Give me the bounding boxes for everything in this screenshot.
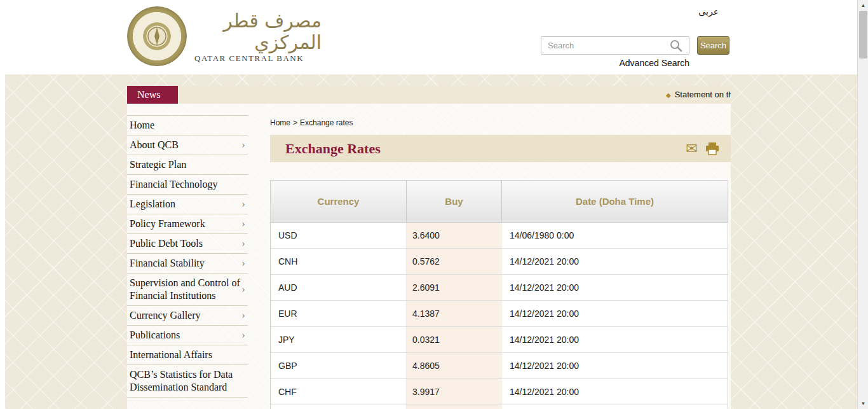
vertical-scrollbar[interactable]: ▲ ▼: [857, 0, 868, 409]
sidebar-item-label: Home: [130, 119, 154, 132]
diamond-bullet-icon: ◆: [666, 92, 671, 99]
cell-buy: 4.8605: [407, 353, 502, 378]
chevron-right-icon: ›: [241, 283, 247, 296]
breadcrumb-home-link[interactable]: Home: [270, 118, 290, 127]
news-bar: News ◆Statement on th: [127, 86, 731, 104]
exchange-rates-table: Currency Buy Date (Doha Time) USD 3.6400…: [270, 180, 728, 409]
cell-date: 14/06/1980 0:00: [502, 223, 728, 248]
cell-date: 14/12/2021 20:00: [502, 275, 728, 300]
scrollbar-thumb[interactable]: [859, 11, 867, 59]
sidebar-item-supervision[interactable]: Supervision and Control of Financial Ins…: [127, 274, 248, 306]
qcb-logo[interactable]: مصرف قطر المركزي QATAR CENTRAL BANK: [127, 6, 318, 70]
seal-emblem-icon: [146, 25, 168, 47]
table-row: USD 3.6400 14/06/1980 0:00: [271, 223, 728, 249]
scroll-up-icon[interactable]: ▲: [858, 0, 868, 11]
table-row: GBP 4.8605 14/12/2021 20:00: [271, 353, 728, 379]
sidebar-item-label: About QCB: [130, 139, 179, 151]
cell-currency: EUR: [271, 301, 407, 326]
scroll-down-icon[interactable]: ▼: [858, 398, 868, 409]
news-ticker-text: Statement on th: [675, 90, 731, 99]
qcb-arabic-calligraphy: مصرف قطر المركزي: [194, 10, 322, 53]
sidebar-navigation: Home About QCB› Strategic Plan Financial…: [127, 115, 248, 398]
sidebar-item-financial-stability[interactable]: Financial Stability›: [127, 254, 248, 274]
chevron-right-icon: ›: [241, 329, 247, 342]
chevron-right-icon: ›: [241, 198, 247, 211]
qcb-seal-icon: [127, 6, 187, 66]
sidebar-item-strategic-plan[interactable]: Strategic Plan: [127, 155, 248, 175]
qcb-exchange-rates-page: عربى مصرف قطر المركزي QATAR CENTRAL BANK…: [0, 0, 868, 409]
table-row: CHF 3.9917 14/12/2021 20:00: [271, 379, 728, 405]
sidebar-item-label: Publications: [130, 329, 180, 342]
chevron-right-icon: ›: [241, 257, 247, 270]
sidebar-item-label: International Affairs: [130, 349, 212, 361]
news-label: News: [127, 86, 178, 104]
cell-buy: [407, 405, 502, 409]
cell-buy: 0.0321: [407, 327, 502, 352]
table-header-currency: Currency: [271, 181, 407, 222]
news-ticker: ◆Statement on th: [178, 86, 731, 104]
sidebar-item-qcb-statistics[interactable]: QCB’s Statistics for Data Dissemination …: [127, 365, 248, 398]
search-icon[interactable]: [669, 39, 683, 53]
qcb-bank-name: QATAR CENTRAL BANK: [194, 53, 304, 64]
cell-currency: AUD: [271, 275, 407, 300]
cell-buy: 0.5762: [407, 249, 502, 274]
chevron-right-icon: ›: [241, 309, 247, 322]
sidebar-item-label: Strategic Plan: [130, 158, 186, 171]
chevron-right-icon: ›: [241, 237, 247, 250]
cell-buy: 4.1387: [407, 301, 502, 326]
cell-currency: CHF: [271, 379, 407, 405]
search-input[interactable]: [541, 36, 689, 55]
search-button[interactable]: Search: [697, 36, 729, 55]
cell-currency: GBP: [271, 353, 407, 378]
sidebar-item-label: QCB’s Statistics for Data Dissemination …: [130, 368, 247, 394]
page-title-bar: Exchange Rates ✉: [270, 135, 731, 162]
print-icon[interactable]: [705, 142, 719, 155]
sidebar-item-international-affairs[interactable]: International Affairs: [127, 345, 248, 365]
advanced-search-link[interactable]: Advanced Search: [541, 58, 689, 68]
sidebar-item-label: Financial Stability: [130, 257, 205, 270]
breadcrumb-current: Exchange rates: [300, 118, 353, 127]
table-header-row: Currency Buy Date (Doha Time): [271, 181, 728, 223]
sidebar-item-legislation[interactable]: Legislation›: [127, 195, 248, 214]
sidebar-item-label: Currency Gallery: [130, 309, 201, 322]
cell-buy: 2.6091: [407, 275, 502, 300]
sidebar-item-label: Policy Framework: [130, 218, 205, 230]
arabic-language-link[interactable]: عربى: [698, 6, 719, 17]
cell-buy: 3.9917: [407, 379, 502, 405]
table-row-partial: [271, 405, 728, 409]
cell-date: [502, 405, 728, 409]
cell-buy: 3.6400: [407, 223, 502, 248]
cell-date: 14/12/2021 20:00: [502, 249, 728, 274]
table-row: CNH 0.5762 14/12/2021 20:00: [271, 249, 728, 275]
sidebar-item-publications[interactable]: Publications›: [127, 326, 248, 345]
sidebar-item-home[interactable]: Home: [127, 116, 248, 135]
sidebar-item-about-qcb[interactable]: About QCB›: [127, 135, 248, 155]
sidebar-item-label: Financial Technology: [130, 178, 218, 191]
cell-date: 14/12/2021 20:00: [502, 301, 728, 326]
cell-date: 14/12/2021 20:00: [502, 379, 728, 405]
main-content: Home>Exchange rates Exchange Rates ✉ Cur…: [270, 118, 731, 409]
news-ticker-item[interactable]: ◆Statement on th: [666, 86, 731, 104]
breadcrumb: Home>Exchange rates: [270, 118, 731, 127]
cell-currency: USD: [271, 223, 407, 248]
sidebar-item-currency-gallery[interactable]: Currency Gallery›: [127, 306, 248, 326]
chevron-right-icon: ›: [241, 218, 247, 230]
email-icon[interactable]: ✉: [686, 142, 698, 156]
sidebar-item-financial-technology[interactable]: Financial Technology: [127, 175, 248, 195]
sidebar-item-public-debt-tools[interactable]: Public Debt Tools›: [127, 234, 248, 254]
table-row: EUR 4.1387 14/12/2021 20:00: [271, 301, 728, 327]
cell-date: 14/12/2021 20:00: [502, 327, 728, 352]
sidebar-item-label: Supervision and Control of Financial Ins…: [130, 277, 241, 302]
table-row: AUD 2.6091 14/12/2021 20:00: [271, 275, 728, 301]
breadcrumb-separator: >: [293, 118, 297, 127]
table-row: JPY 0.0321 14/12/2021 20:00: [271, 327, 728, 353]
page-title: Exchange Rates: [285, 141, 381, 157]
sidebar-item-policy-framework[interactable]: Policy Framework›: [127, 214, 248, 234]
sidebar-item-label: Public Debt Tools: [130, 237, 203, 250]
table-header-buy: Buy: [407, 181, 502, 222]
cell-currency: [271, 405, 407, 409]
table-header-date: Date (Doha Time): [502, 181, 728, 222]
title-action-icons: ✉: [686, 142, 719, 156]
site-header: عربى مصرف قطر المركزي QATAR CENTRAL BANK…: [0, 0, 857, 74]
chevron-right-icon: ›: [241, 139, 247, 151]
